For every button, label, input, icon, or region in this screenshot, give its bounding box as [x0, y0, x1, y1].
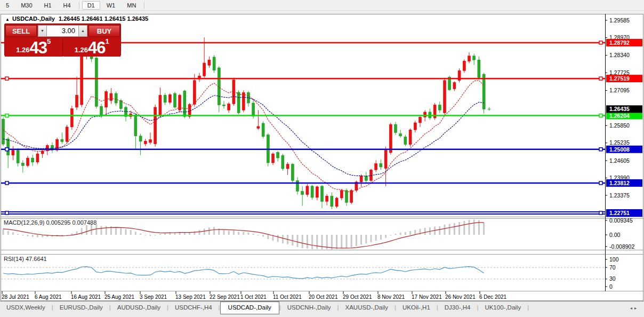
price-tag: 1.28792 [606, 39, 642, 46]
svg-text:29 Oct 2021: 29 Oct 2021 [343, 294, 372, 300]
svg-text:70: 70 [609, 264, 616, 271]
tab-scroll-right-icon: ▸ [634, 306, 639, 311]
chart-title-bar: ▲USDCAD-,Daily1.26445 1.26461 1.26415 1.… [5, 15, 148, 22]
svg-text:11 Oct 2021: 11 Oct 2021 [273, 294, 302, 300]
svg-text:16 Aug 2021: 16 Aug 2021 [71, 294, 101, 300]
svg-text:28 Jul 2021: 28 Jul 2021 [2, 294, 29, 300]
svg-text:1.24605: 1.24605 [609, 157, 630, 164]
buy-button[interactable]: BUY [88, 25, 120, 37]
svg-text:22 Sep 2021: 22 Sep 2021 [210, 294, 240, 300]
line-handle[interactable] [5, 114, 9, 117]
svg-text:1.28792: 1.28792 [609, 39, 630, 46]
chart-window-frame [1, 14, 643, 301]
collapse-triangle-icon[interactable]: ▲ [5, 17, 10, 22]
buy-price-sup: 1 [106, 38, 109, 45]
price-tag: 1.22751 [606, 209, 642, 217]
line-handle[interactable] [5, 211, 9, 215]
svg-text:0: 0 [609, 283, 613, 290]
svg-text:25 Aug 2021: 25 Aug 2021 [104, 294, 135, 300]
svg-text:26 Nov 2021: 26 Nov 2021 [445, 294, 476, 300]
svg-text:-0.008902: -0.008902 [609, 243, 634, 250]
line-handle[interactable] [599, 41, 602, 44]
svg-text:1 Oct 2021: 1 Oct 2021 [240, 294, 267, 300]
volume-input[interactable]: 3.00 [47, 25, 78, 37]
chart-ohlc-values: 1.26445 1.26461 1.26415 1.26435 [59, 15, 148, 22]
svg-text:1.22751: 1.22751 [609, 210, 630, 216]
rsi-indicator-label: RSI(14) 47.6641 [4, 256, 47, 262]
svg-text:6 Dec 2021: 6 Dec 2021 [479, 294, 507, 300]
svg-text:100: 100 [609, 256, 619, 263]
chart-tab-dj30-h4[interactable]: DJ30-,H4 [438, 302, 477, 313]
chart-tab-bar: USDX,Weekly|EURUSD-,Daily|AUDUSD-,Daily|… [0, 301, 644, 317]
svg-text:1.25850: 1.25850 [609, 122, 630, 129]
line-handle[interactable] [599, 211, 602, 215]
tab-scroll-left-icon: ◂ [630, 306, 634, 311]
macd-indicator-label: MACD(12,26,9) 0.005295 0.007488 [4, 219, 96, 226]
svg-text:1.27095: 1.27095 [609, 87, 630, 93]
chart-symbol-title: USDCAD-,Daily [12, 15, 55, 22]
chart-tab-ukoil-h1[interactable]: UKOil-,H1 [396, 302, 437, 313]
line-handle[interactable] [5, 181, 9, 185]
line-handle[interactable] [599, 181, 602, 185]
svg-text:17 Nov 2021: 17 Nov 2021 [412, 294, 442, 300]
sell-price-big: 43 [30, 41, 47, 56]
svg-text:30: 30 [609, 275, 616, 282]
buy-price-prefix: 1.26 [75, 45, 88, 56]
chart-tab-uk100-daily[interactable]: UK100-,Daily [478, 302, 527, 313]
buy-price-big: 46 [88, 41, 105, 56]
price-tag: 1.25008 [606, 146, 642, 153]
svg-text:1.23375: 1.23375 [609, 192, 630, 199]
chart-tab-usdcad-daily[interactable]: USDCAD-,Daily [220, 302, 279, 314]
svg-text:13 Sep 2021: 13 Sep 2021 [175, 294, 206, 300]
svg-text:6 Aug 2021: 6 Aug 2021 [35, 294, 62, 300]
tab-scroll-arrows[interactable]: ◂▸ [630, 306, 639, 311]
price-tag: 1.26204 [606, 112, 642, 120]
line-handle[interactable] [599, 148, 602, 151]
volume-decrease-button[interactable]: ▼ [38, 25, 47, 37]
chart-tab-audusd-daily[interactable]: AUDUSD-,Daily [111, 302, 167, 313]
svg-text:1.26435: 1.26435 [609, 106, 630, 112]
chart-tab-usdx-weekly[interactable]: USDX,Weekly [0, 302, 52, 313]
tab-separator: | [527, 304, 529, 311]
svg-text:0.00: 0.00 [609, 232, 621, 238]
line-handle[interactable] [5, 77, 9, 80]
svg-text:1.29585: 1.29585 [609, 17, 630, 23]
svg-text:0.009345: 0.009345 [609, 217, 633, 224]
sell-price-prefix: 1.26 [16, 45, 29, 56]
line-handle[interactable] [599, 77, 602, 80]
svg-text:8 Nov 2021: 8 Nov 2021 [377, 294, 405, 300]
svg-text:20 Oct 2021: 20 Oct 2021 [309, 294, 338, 300]
buy-price-display[interactable]: 1.26461 [63, 38, 121, 57]
volume-increase-button[interactable]: ▲ [78, 25, 87, 37]
svg-text:3 Sep 2021: 3 Sep 2021 [140, 294, 167, 300]
sell-price-display[interactable]: 1.26435 [5, 38, 63, 57]
terminal-window: 5M30H1H4D1W1MN 1.295851.289701.283401.27… [0, 0, 644, 317]
svg-text:1.23812: 1.23812 [609, 180, 630, 186]
svg-text:1.27725: 1.27725 [609, 69, 630, 76]
one-click-trading-panel: SELL ▼ 3.00 ▲ BUY 1.26435 1.26461 [4, 23, 121, 56]
svg-text:1.26204: 1.26204 [609, 113, 630, 119]
sell-button[interactable]: SELL [5, 25, 37, 37]
line-handle[interactable] [599, 114, 602, 117]
chart-tab-usdcnh-daily[interactable]: USDCNH-,Daily [281, 302, 337, 313]
price-tag: 1.23812 [606, 179, 642, 187]
svg-text:1.27519: 1.27519 [609, 75, 630, 82]
svg-text:1.28340: 1.28340 [609, 52, 630, 58]
chart-tab-eurusd-daily[interactable]: EURUSD-,Daily [53, 302, 109, 313]
chart-tab-usdchf-h4[interactable]: USDCHF-,H4 [168, 302, 219, 313]
sell-price-sup: 5 [47, 38, 51, 45]
line-handle[interactable] [5, 148, 9, 151]
chart-tab-xauusd-daily[interactable]: XAUUSD-,Daily [339, 302, 395, 313]
price-tag: 1.26435 [606, 105, 642, 113]
svg-text:1.25008: 1.25008 [609, 146, 630, 153]
price-tag: 1.27519 [606, 75, 642, 82]
svg-text:1.25235: 1.25235 [609, 139, 630, 146]
